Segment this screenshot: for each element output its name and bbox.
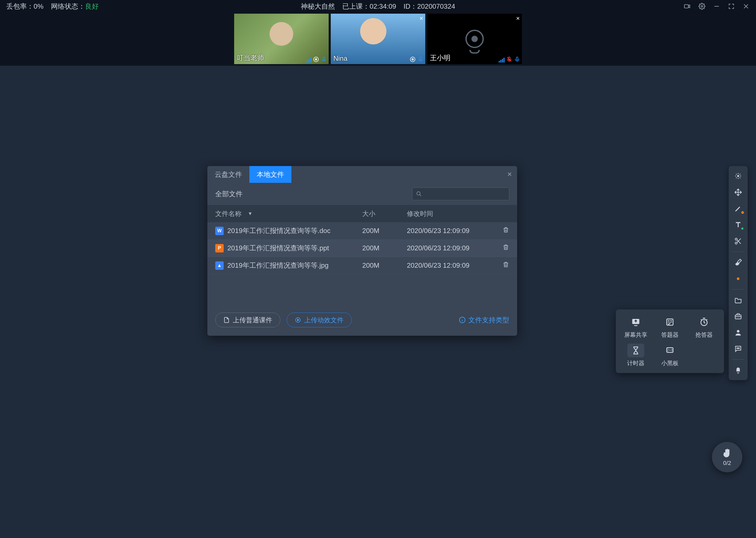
participant-name: 王小明 bbox=[430, 53, 450, 63]
participant-name: Nina bbox=[333, 54, 347, 63]
record-icon[interactable] bbox=[684, 3, 691, 10]
mic-icon bbox=[321, 56, 327, 63]
tool-eraser[interactable] bbox=[731, 255, 745, 270]
svg-point-31 bbox=[739, 348, 740, 349]
minimize-icon[interactable] bbox=[713, 3, 720, 10]
mic-icon bbox=[417, 56, 424, 63]
svg-rect-7 bbox=[323, 57, 325, 60]
tool-scissors[interactable] bbox=[731, 234, 745, 248]
supported-types-link[interactable]: 文件支持类型 bbox=[459, 315, 509, 325]
dialog-close-icon[interactable]: × bbox=[507, 170, 512, 179]
tab-local[interactable]: 本地文件 bbox=[249, 166, 291, 183]
file-type-icon: ▲ bbox=[215, 261, 224, 270]
tool-move[interactable] bbox=[731, 185, 745, 200]
top-bar: 丢包率：0% 网络状态：良好 神秘大自然 已上课：02:34:09 ID：202… bbox=[0, 0, 756, 13]
file-name: 2019年工作汇报情况查询等等.jpg bbox=[227, 261, 329, 270]
search-input[interactable] bbox=[412, 188, 509, 200]
network-status: 网络状态：良好 bbox=[51, 2, 99, 11]
svg-point-6 bbox=[315, 59, 317, 60]
file-size: 200M bbox=[362, 227, 407, 235]
file-date: 2020/06/23 12:09:09 bbox=[407, 261, 494, 270]
mic-muted-icon bbox=[506, 56, 512, 63]
svg-point-26 bbox=[737, 277, 739, 280]
svg-point-22 bbox=[735, 238, 737, 241]
file-date: 2020/06/23 12:09:09 bbox=[407, 227, 494, 235]
svg-text:2+3: 2+3 bbox=[667, 348, 673, 352]
tab-cloud[interactable]: 云盘文件 bbox=[208, 166, 249, 183]
file-dialog: 云盘文件 本地文件 × 全部文件 文件名称▼ 大小 修改时间 W 2019年工作… bbox=[208, 166, 517, 336]
room-title: 神秘大自然 bbox=[301, 2, 335, 11]
close-icon[interactable] bbox=[742, 3, 750, 10]
svg-line-15 bbox=[420, 195, 421, 196]
video-tile-student-1[interactable]: × Nina bbox=[331, 14, 425, 64]
camera-icon bbox=[313, 56, 319, 63]
svg-point-29 bbox=[737, 348, 737, 349]
video-close-icon[interactable]: × bbox=[516, 15, 520, 22]
video-tile-teacher[interactable]: 叮当老师 bbox=[234, 14, 329, 64]
table-row[interactable]: P 2019年工作汇报情况查询等等.ppt 200M 2020/06/23 12… bbox=[208, 240, 517, 257]
tool-folder[interactable] bbox=[731, 293, 745, 307]
file-type-icon: P bbox=[215, 244, 224, 252]
delete-icon[interactable] bbox=[502, 262, 509, 270]
svg-point-14 bbox=[417, 192, 420, 195]
svg-marker-17 bbox=[298, 319, 299, 321]
tool-user[interactable] bbox=[731, 325, 745, 340]
tool-text[interactable] bbox=[731, 218, 745, 232]
tools-popup: 屏幕共享 答题器 抢答器 计时器 2+3 小黑板 bbox=[616, 309, 724, 373]
file-type-icon: W bbox=[215, 227, 224, 235]
delete-icon[interactable] bbox=[502, 227, 509, 235]
table-row[interactable]: ▲ 2019年工作汇报情况查询等等.jpg 200M 2020/06/23 12… bbox=[208, 257, 517, 274]
table-row[interactable]: W 2019年工作汇报情况查询等等.doc 200M 2020/06/23 12… bbox=[208, 222, 517, 240]
file-date: 2020/06/23 12:09:09 bbox=[407, 244, 494, 252]
upload-normal-button[interactable]: 上传普通课件 bbox=[215, 313, 280, 327]
file-table: 文件名称▼ 大小 修改时间 W 2019年工作汇报情况查询等等.doc 200M… bbox=[208, 205, 517, 274]
popup-buzzer[interactable]: 抢答器 bbox=[691, 315, 717, 339]
upload-animated-button[interactable]: 上传动效文件 bbox=[287, 313, 352, 327]
popup-screen-share[interactable]: 屏幕共享 bbox=[623, 315, 649, 339]
popup-timer[interactable]: 计时器 bbox=[623, 344, 649, 367]
room-id: ID：2020070324 bbox=[403, 2, 455, 11]
hand-raise-button[interactable]: 0/2 bbox=[712, 442, 742, 472]
mic-icon bbox=[514, 56, 520, 63]
svg-rect-0 bbox=[684, 5, 688, 8]
hand-count: 0/2 bbox=[723, 460, 731, 466]
video-close-icon[interactable]: × bbox=[419, 15, 423, 22]
col-size-header[interactable]: 大小 bbox=[362, 209, 407, 218]
tool-color-dot[interactable] bbox=[731, 271, 745, 286]
file-size: 200M bbox=[362, 244, 407, 252]
file-name: 2019年工作汇报情况查询等等.ppt bbox=[227, 243, 329, 253]
video-strip: 叮当老师 × Nina × 王小明 bbox=[0, 13, 756, 66]
file-size: 200M bbox=[362, 261, 407, 270]
popup-answer[interactable]: 答题器 bbox=[657, 315, 683, 339]
hand-icon bbox=[722, 448, 732, 459]
search-icon bbox=[416, 191, 422, 197]
svg-point-21 bbox=[737, 176, 739, 177]
breadcrumb-all-files[interactable]: 全部文件 bbox=[215, 189, 243, 198]
video-tile-student-2[interactable]: × 王小明 bbox=[427, 14, 522, 64]
participant-name: 叮当老师 bbox=[237, 53, 264, 63]
sort-icon[interactable]: ▼ bbox=[248, 211, 253, 216]
tool-toolbox[interactable] bbox=[731, 309, 745, 324]
popup-blackboard[interactable]: 2+3 小黑板 bbox=[657, 344, 683, 367]
elapsed-time: 已上课：02:34:09 bbox=[342, 2, 396, 11]
delete-icon[interactable] bbox=[502, 244, 509, 252]
col-name-header[interactable]: 文件名称 bbox=[215, 209, 242, 218]
svg-point-30 bbox=[738, 348, 739, 349]
table-header: 文件名称▼ 大小 修改时间 bbox=[208, 205, 517, 222]
no-camera-icon bbox=[465, 30, 484, 48]
tool-chat[interactable] bbox=[731, 342, 745, 356]
right-toolbar bbox=[729, 166, 748, 380]
svg-point-23 bbox=[735, 242, 737, 244]
camera-icon bbox=[409, 56, 416, 63]
fullscreen-icon[interactable] bbox=[728, 3, 735, 10]
col-date-header[interactable]: 修改时间 bbox=[407, 209, 494, 218]
signal-icon bbox=[499, 58, 504, 63]
tool-laser[interactable] bbox=[731, 169, 745, 183]
tool-bell[interactable] bbox=[731, 363, 745, 377]
packet-loss: 丢包率：0% bbox=[6, 2, 44, 11]
svg-point-28 bbox=[737, 330, 739, 333]
settings-icon[interactable] bbox=[698, 3, 706, 10]
file-name: 2019年工作汇报情况查询等等.doc bbox=[227, 226, 330, 235]
tool-pen[interactable] bbox=[731, 201, 745, 216]
svg-point-9 bbox=[412, 59, 413, 60]
